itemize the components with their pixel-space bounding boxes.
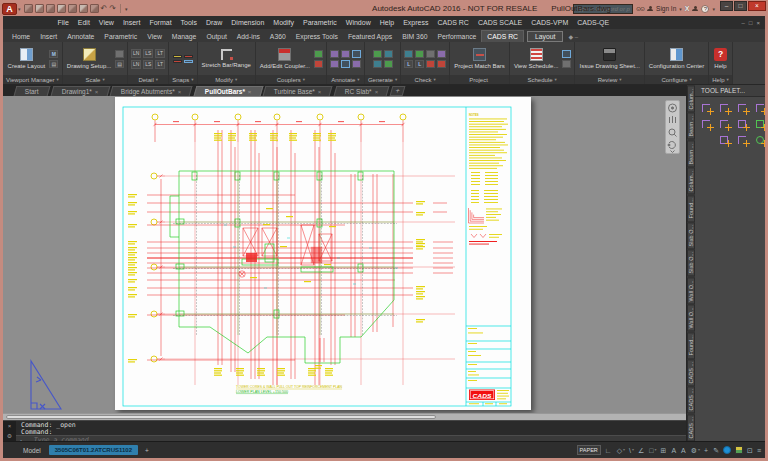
tab-bim-360[interactable]: BIM 360	[397, 31, 432, 42]
horizontal-scrollbar[interactable]	[3, 413, 686, 420]
menu-modify[interactable]: Modify	[269, 19, 299, 26]
menu-window[interactable]: Window	[341, 19, 375, 26]
palette-tab-cads-2[interactable]: CADS ...	[687, 386, 695, 413]
tab-performance[interactable]: Performance	[432, 31, 481, 42]
drawing-setup-button[interactable]: Drawing Setup...	[66, 48, 112, 69]
create-layout-button[interactable]: Create Layout	[7, 48, 47, 69]
plot-icon[interactable]	[90, 4, 99, 13]
search-input[interactable]	[574, 6, 632, 12]
application-menu-icon[interactable]: A	[2, 3, 17, 15]
close-tab-icon[interactable]: ×	[248, 89, 252, 95]
check-drawing-icon[interactable]	[404, 50, 413, 58]
workspace-switching-icon[interactable]: ⚙▾	[691, 447, 700, 454]
annotate-leader-icon[interactable]	[341, 50, 350, 58]
snap-icon[interactable]: ◇▾	[617, 447, 625, 454]
palette-tool-3[interactable]	[736, 102, 750, 115]
check-l1-icon[interactable]: L	[404, 60, 413, 68]
menu-parametric[interactable]: Parametric	[298, 19, 341, 26]
issue-drawing-sheet-button[interactable]: Issue Drawing Sheet...	[578, 48, 640, 69]
add-edit-coupler-button[interactable]: Add/Edit Coupler...	[259, 48, 311, 69]
menu-view[interactable]: View	[94, 19, 118, 26]
panel-label-help[interactable]: Help▾	[709, 75, 732, 84]
palette-tab-columns[interactable]: Colum...	[687, 85, 695, 112]
palette-tool-10[interactable]	[736, 134, 750, 147]
doc-close-icon[interactable]: ×	[756, 20, 760, 26]
menu-cads-qe[interactable]: CADS-QE	[573, 19, 614, 26]
annotate-update-icon[interactable]	[352, 60, 361, 68]
scale-area-icon[interactable]	[115, 50, 124, 58]
tab-insert[interactable]: Insert	[35, 31, 62, 42]
check-bars-icon[interactable]	[415, 50, 424, 58]
customization-icon[interactable]: ≡	[757, 447, 761, 454]
file-tab-rc-slab[interactable]: RC Slab*×	[333, 86, 389, 96]
hardware-acceleration-icon[interactable]	[735, 446, 743, 454]
application-menu-arrow-icon[interactable]: ▾	[18, 6, 21, 12]
minimize-button[interactable]: –	[720, 1, 733, 11]
scrollbar-thumb[interactable]	[6, 415, 436, 419]
generate-range-icon[interactable]	[384, 50, 393, 58]
label-bars-icon[interactable]: LN	[131, 49, 141, 58]
snap-end-icon[interactable]	[184, 55, 193, 58]
object-snap-icon[interactable]: ∠	[638, 447, 645, 454]
annotate-label-icon[interactable]	[330, 50, 339, 58]
exchange-apps-icon[interactable]: X	[685, 5, 690, 12]
palette-tool-11[interactable]	[754, 134, 765, 147]
annotate-range-icon[interactable]	[352, 50, 361, 58]
doc-minimize-icon[interactable]: –	[742, 20, 745, 26]
polar-tracking-icon[interactable]: \▾	[629, 447, 634, 454]
drawing-canvas[interactable]: TOWER CORES & WALL PULL OUT TOP REINFORC…	[3, 96, 686, 413]
close-tab-icon[interactable]: ×	[95, 89, 99, 95]
palette-tool-8[interactable]	[754, 118, 765, 131]
label-ticks-icon[interactable]: LT	[155, 49, 165, 58]
close-tab-icon[interactable]: ×	[374, 89, 378, 95]
tab-output[interactable]: Output	[201, 31, 231, 42]
file-tab-turbine-base[interactable]: Turbine Base*×	[263, 86, 333, 96]
menu-help[interactable]: Help	[375, 19, 398, 26]
save-as-icon[interactable]	[57, 4, 66, 13]
qnew-icon[interactable]	[24, 4, 33, 13]
close-tab-icon[interactable]: ×	[178, 89, 182, 95]
notification-bubble-icon[interactable]	[723, 446, 731, 454]
palette-tool-5[interactable]	[700, 118, 714, 131]
generate-wall-icon[interactable]	[384, 60, 393, 68]
viewport-list-icon[interactable]: ▤	[49, 60, 58, 68]
open-icon[interactable]	[35, 4, 44, 13]
palette-tab-wall-1[interactable]: Wall O...	[687, 277, 695, 304]
check-audit-icon[interactable]	[437, 50, 446, 58]
project-match-bars-button[interactable]: Project Match Bars	[453, 48, 506, 69]
tab-manage[interactable]: Manage	[167, 31, 202, 42]
palette-tool-7[interactable]	[736, 118, 750, 131]
navigation-bar[interactable]	[665, 100, 680, 154]
label-string-icon[interactable]: LS	[143, 49, 153, 58]
palette-tool-9[interactable]	[718, 134, 732, 147]
menu-draw[interactable]: Draw	[201, 19, 226, 26]
new-drawing-tab-button[interactable]: +	[390, 86, 406, 96]
view-schedule-button[interactable]: View Schedule...	[513, 48, 560, 69]
panel-label-snaps[interactable]: Snaps▾	[169, 75, 196, 84]
panel-label-annotate[interactable]: Annotate▾	[327, 75, 364, 84]
panel-label-schedule[interactable]: Schedule▾	[510, 75, 575, 84]
open-from-web-icon[interactable]	[68, 4, 77, 13]
snap-mid-icon[interactable]	[173, 60, 182, 63]
palette-tool-1[interactable]	[700, 102, 714, 115]
panel-label-project[interactable]: Project	[450, 75, 509, 84]
close-tab-icon[interactable]: ×	[318, 89, 322, 95]
check-region-icon[interactable]	[426, 60, 435, 68]
clean-screen-icon[interactable]: ⊡	[747, 447, 753, 454]
panel-label-configure[interactable]: Configure▾	[645, 75, 708, 84]
menu-express[interactable]: Express	[399, 19, 433, 26]
detail-ticks-icon[interactable]: LT	[155, 60, 165, 69]
scale-list-icon[interactable]: ▤	[115, 60, 124, 68]
file-tab-drawing1[interactable]: Drawing1*×	[50, 86, 109, 96]
detail-string-icon[interactable]: LS	[143, 60, 153, 69]
palette-tab-columns-2[interactable]: Colum...	[687, 167, 695, 194]
paper-sheet[interactable]: TOWER CORES & WALL PULL OUT TOP REINFORC…	[115, 97, 531, 410]
sign-in-button[interactable]: Sign In	[656, 5, 676, 12]
annotate-mark-icon[interactable]	[330, 60, 339, 68]
palette-tab-wall-2[interactable]: Wall O...	[687, 304, 695, 331]
palette-tool-4[interactable]	[754, 102, 765, 115]
menu-cads-vpm[interactable]: CADS-VPM	[527, 19, 573, 26]
ribbon-display-toggle-icon[interactable]: ◆ –	[568, 33, 578, 40]
menu-insert[interactable]: Insert	[118, 19, 145, 26]
palette-tab-slab-2[interactable]: Slab O...	[687, 249, 695, 276]
